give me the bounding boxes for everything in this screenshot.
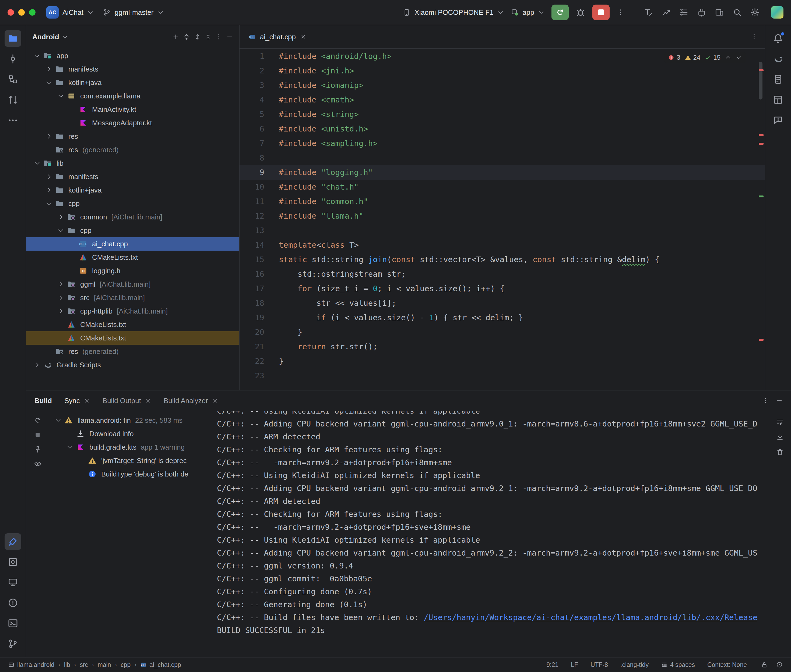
- code-line-13[interactable]: 13: [239, 223, 765, 238]
- minimize-window-button[interactable]: [18, 9, 25, 16]
- tree-item-ggml[interactable]: ggml[AiChat.lib.main]: [26, 277, 239, 291]
- tree-chevron[interactable]: [31, 52, 43, 59]
- kebab-button[interactable]: [215, 34, 222, 40]
- code-line-14[interactable]: 14template<class T>: [239, 238, 765, 252]
- next-problem-button[interactable]: [736, 54, 742, 61]
- tree-item-messageadapter-kt[interactable]: MessageAdapter.kt: [26, 116, 239, 130]
- tree-chevron[interactable]: [31, 362, 43, 368]
- inspections-widget[interactable]: 3 24 15: [664, 52, 746, 63]
- build-tree-item[interactable]: build.gradle.ktsapp 1 warning: [49, 440, 210, 454]
- search-button[interactable]: [732, 8, 742, 17]
- tree-chevron[interactable]: [43, 133, 55, 140]
- layout-inspector-tool-button[interactable]: [770, 91, 786, 108]
- tree-item-src[interactable]: src[AiChat.lib.main]: [26, 291, 239, 304]
- stop-button[interactable]: [592, 5, 610, 20]
- collapse-all-button[interactable]: [205, 34, 212, 40]
- code-line-22[interactable]: 22}: [239, 354, 765, 368]
- change-stripe-mark[interactable]: [759, 195, 764, 197]
- breadcrumb-item[interactable]: cpp: [120, 661, 130, 669]
- build-tab-sync[interactable]: Sync: [64, 397, 90, 405]
- code-line-10[interactable]: 10#include "chat.h": [239, 180, 765, 194]
- task-list-button[interactable]: [679, 8, 689, 17]
- code-line-6[interactable]: 6#include <unistd.h>: [239, 122, 765, 136]
- pin-button[interactable]: [34, 445, 42, 453]
- tree-item-res[interactable]: res(generated): [26, 143, 239, 157]
- status-4-spaces[interactable]: 4 spaces: [661, 661, 695, 669]
- close-tab-icon[interactable]: [300, 34, 306, 40]
- code-line-11[interactable]: 11#include "common.h": [239, 194, 765, 209]
- build-tab-build-analyzer[interactable]: Build Analyzer: [164, 397, 218, 405]
- app-quality-insights-tool-button[interactable]: [770, 112, 786, 128]
- tree-chevron[interactable]: [55, 213, 67, 221]
- console-file-link[interactable]: /Users/hanyin/Workspace/ai-chat/examples…: [424, 613, 757, 622]
- tree-item-cpp[interactable]: cpp: [26, 224, 239, 237]
- code-line-8[interactable]: 8: [239, 150, 765, 165]
- device-selector[interactable]: Xiaomi POCOPHONE F1: [403, 8, 504, 17]
- more-tool-button[interactable]: [5, 112, 21, 128]
- tree-chevron[interactable]: [43, 79, 55, 86]
- editor-tab-ai-chat-cpp[interactable]: C++ ai_chat.cpp: [247, 25, 309, 48]
- app-inspection-tool-button[interactable]: [5, 554, 21, 570]
- pull-requests-tool-button[interactable]: [5, 91, 21, 108]
- close-tab-icon[interactable]: [212, 397, 218, 404]
- tree-item-cmakelists-txt[interactable]: CMakeLists.txt: [26, 331, 239, 345]
- error-stripe-mark[interactable]: [759, 339, 764, 341]
- previous-problem-button[interactable]: [725, 54, 731, 61]
- status-notifications-icon[interactable]: [776, 661, 783, 668]
- structure-tool-button[interactable]: [5, 71, 21, 88]
- tree-item-common[interactable]: common[AiChat.lib.main]: [26, 210, 239, 224]
- tree-item-gradle-scripts[interactable]: Gradle Scripts: [26, 358, 239, 372]
- scroll-end-button[interactable]: [776, 433, 784, 441]
- build-tool-button[interactable]: [5, 533, 21, 550]
- code-line-4[interactable]: 4#include <cmath>: [239, 93, 765, 107]
- eye-button[interactable]: [34, 460, 42, 468]
- status-lf[interactable]: LF: [571, 661, 578, 669]
- close-tab-icon[interactable]: [145, 397, 151, 404]
- build-tree-item[interactable]: Download info: [49, 427, 210, 440]
- terminal-tool-button[interactable]: [5, 615, 21, 632]
- code-line-19[interactable]: 19 if (i < values.size() - 1) { str << d…: [239, 310, 765, 325]
- breadcrumb-item[interactable]: lib: [64, 661, 70, 669]
- tree-item-manifests[interactable]: manifests: [26, 62, 239, 76]
- project-view-selector[interactable]: Android: [32, 33, 59, 41]
- code-line-3[interactable]: 3#include <iomanip>: [239, 78, 765, 93]
- tree-chevron[interactable]: [52, 417, 64, 424]
- tree-chevron[interactable]: [64, 444, 76, 451]
- tree-item-cmakelists-txt[interactable]: CMakeLists.txt: [26, 318, 239, 331]
- run-configuration-selector[interactable]: app: [511, 8, 544, 17]
- build-tree-item[interactable]: llama.android: fin22 sec, 583 ms: [49, 414, 210, 427]
- breadcrumb-item[interactable]: main: [98, 661, 111, 669]
- tree-item-res[interactable]: res: [26, 130, 239, 143]
- notifications-tool-button[interactable]: [770, 30, 786, 47]
- minus-button[interactable]: [226, 34, 233, 40]
- breadcrumb-item[interactable]: C++ai_chat.cpp: [140, 661, 181, 669]
- tree-item-ai-chat-cpp[interactable]: C++ai_chat.cpp: [26, 237, 239, 251]
- tree-chevron[interactable]: [43, 187, 55, 194]
- build-options-button[interactable]: [762, 397, 769, 404]
- warning-count[interactable]: 24: [685, 54, 701, 61]
- breadcrumb-item[interactable]: src: [80, 661, 88, 669]
- tree-chevron[interactable]: [55, 294, 67, 301]
- status-context-none[interactable]: Context: None: [707, 661, 747, 669]
- code-editor[interactable]: 1#include <android/log.h>2#include <jni.…: [239, 49, 765, 390]
- project-selector[interactable]: AC AiChat: [46, 6, 94, 19]
- status-9-21[interactable]: 9:21: [546, 661, 558, 669]
- plugins-button[interactable]: [697, 8, 706, 17]
- tree-chevron[interactable]: [55, 308, 67, 315]
- code-line-9[interactable]: 9#include "logging.h": [239, 165, 765, 180]
- zoom-window-button[interactable]: [29, 9, 35, 16]
- passed-count[interactable]: 15: [704, 54, 720, 61]
- profiler-button[interactable]: [661, 8, 671, 17]
- tree-item-com-example-llama[interactable]: com.example.llama: [26, 89, 239, 103]
- clear-button[interactable]: [776, 448, 784, 456]
- editor-scrollbar[interactable]: [759, 62, 762, 99]
- tree-item-lib[interactable]: lib: [26, 157, 239, 170]
- status--clang-tidy[interactable]: .clang-tidy: [620, 661, 649, 669]
- error-stripe[interactable]: [757, 49, 765, 390]
- project-tool-button[interactable]: [5, 30, 21, 47]
- code-line-23[interactable]: 23: [239, 368, 765, 383]
- tree-item-cmakelists-txt[interactable]: CMakeLists.txt: [26, 251, 239, 264]
- tree-item-manifests[interactable]: manifests: [26, 170, 239, 183]
- code-line-17[interactable]: 17 for (size_t i = 0; i < values.size();…: [239, 281, 765, 296]
- tree-item-app[interactable]: app: [26, 49, 239, 62]
